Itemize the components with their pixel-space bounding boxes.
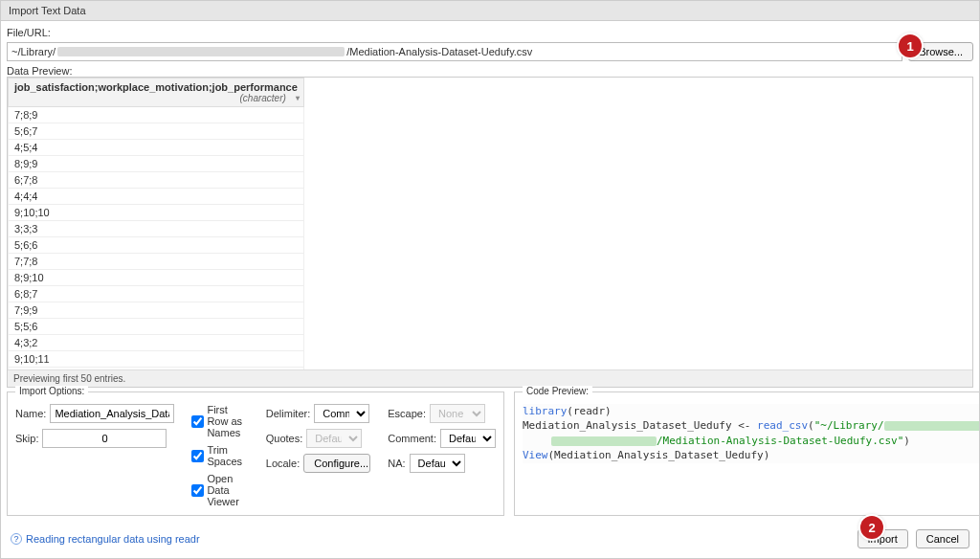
table-row: 5;5;6	[9, 319, 304, 335]
table-cell: 9;10;10	[9, 205, 304, 221]
help-icon: ?	[11, 533, 22, 545]
code-preview-text[interactable]: library(readr) Mediation_Analysis_Datase…	[523, 404, 980, 463]
column-type-label: (character)	[14, 93, 298, 103]
redacted-path-segment	[57, 47, 345, 56]
table-row: 8;9;9	[9, 156, 304, 172]
help-link-text: Reading rectangular data using readr	[26, 533, 200, 545]
trim-spaces-checkbox[interactable]: Trim Spaces	[191, 444, 248, 467]
table-cell: 8;9;10	[9, 270, 304, 286]
comment-label: Comment:	[388, 433, 436, 444]
na-select[interactable]: Default	[410, 454, 465, 473]
name-label: Name:	[15, 408, 46, 419]
chevron-down-icon[interactable]: ▾	[296, 94, 300, 102]
table-cell: 7;8;9	[9, 107, 304, 123]
table-row: 4;5;4	[9, 140, 304, 156]
first-row-label: First Row as Names	[207, 404, 248, 438]
locale-configure-button[interactable]: Configure...	[303, 454, 370, 473]
open-viewer-checkbox[interactable]: Open Data Viewer	[191, 473, 248, 507]
table-row: 9;10;10	[9, 205, 304, 221]
skip-input[interactable]	[42, 429, 167, 448]
escape-select[interactable]: None	[430, 404, 485, 423]
table-cell: 7;7;8	[9, 254, 304, 270]
table-row: 9;10;11	[9, 351, 304, 368]
import-options-panel: Import Options: Name: Skip: First Row as…	[7, 391, 504, 516]
escape-label: Escape:	[388, 408, 426, 419]
trim-spaces-label: Trim Spaces	[207, 444, 248, 467]
table-row: 6;8;7	[9, 286, 304, 302]
file-path-suffix: /Mediation-Analysis-Dataset-Uedufy.csv	[346, 46, 532, 57]
redacted-code-segment	[551, 436, 657, 446]
preview-footer-text: Previewing first 50 entries.	[8, 369, 972, 387]
annotation-callout-1: 1	[899, 34, 922, 57]
table-row: 5;6;7	[9, 123, 304, 140]
table-row: 4;3;2	[9, 335, 304, 351]
help-link[interactable]: ?Reading rectangular data using readr	[11, 533, 200, 545]
table-cell: 4;3;2	[9, 335, 304, 351]
name-input[interactable]	[50, 404, 174, 423]
table-cell: 3;3;3	[9, 221, 304, 237]
table-cell: 5;5;6	[9, 319, 304, 335]
table-row: 6;7;8	[9, 172, 304, 189]
column-header-name: job_satisfaction;workplace_motivation;jo…	[14, 81, 298, 93]
table-row: 4;4;4	[9, 189, 304, 205]
delimiter-label: Delimiter:	[266, 408, 310, 419]
table-cell: 7;9;9	[9, 302, 304, 319]
table-cell: 6;7;8	[9, 172, 304, 189]
column-header[interactable]: job_satisfaction;workplace_motivation;jo…	[9, 78, 304, 107]
table-cell: 6;8;7	[9, 286, 304, 302]
file-path-prefix: ~/Library/	[11, 46, 56, 57]
na-label: NA:	[388, 458, 405, 469]
table-cell: 4;4;4	[9, 189, 304, 205]
data-preview-table: job_satisfaction;workplace_motivation;jo…	[8, 78, 304, 369]
cancel-button[interactable]: Cancel	[916, 529, 969, 548]
table-row: 7;9;9	[9, 302, 304, 319]
table-cell: 9;10;11	[9, 351, 304, 368]
comment-select[interactable]: Default	[440, 429, 496, 448]
table-row: 7;8;9	[9, 107, 304, 123]
table-row: 5;6;6	[9, 237, 304, 254]
quotes-label: Quotes:	[266, 433, 303, 444]
open-viewer-label: Open Data Viewer	[207, 473, 248, 507]
table-cell: 8;9;9	[9, 156, 304, 172]
window-title: Import Text Data	[1, 1, 979, 21]
file-url-label: File/URL:	[7, 27, 973, 38]
code-preview-title: Code Preview:	[523, 386, 592, 396]
data-preview-label: Data Preview:	[7, 65, 973, 77]
redacted-code-segment	[884, 421, 980, 431]
table-row: 8;9;10	[9, 270, 304, 286]
table-cell: 5;6;6	[9, 237, 304, 254]
annotation-callout-2: 2	[860, 516, 883, 539]
locale-label: Locale:	[266, 458, 300, 469]
code-preview-panel: Code Preview: library(readr) Mediation_A…	[514, 391, 980, 516]
table-row: 3;3;3	[9, 221, 304, 237]
file-path-display[interactable]: ~/Library/ /Mediation-Analysis-Dataset-U…	[7, 42, 902, 61]
table-cell: 4;5;4	[9, 140, 304, 156]
first-row-checkbox[interactable]: First Row as Names	[191, 404, 248, 438]
delimiter-select[interactable]: Comma	[314, 404, 369, 423]
table-row: 7;7;8	[9, 254, 304, 270]
skip-label: Skip:	[15, 433, 38, 444]
quotes-select[interactable]: Default	[306, 429, 362, 448]
import-options-title: Import Options:	[15, 386, 88, 396]
table-cell: 5;6;7	[9, 123, 304, 140]
preview-table-scroll[interactable]: job_satisfaction;workplace_motivation;jo…	[8, 78, 972, 369]
